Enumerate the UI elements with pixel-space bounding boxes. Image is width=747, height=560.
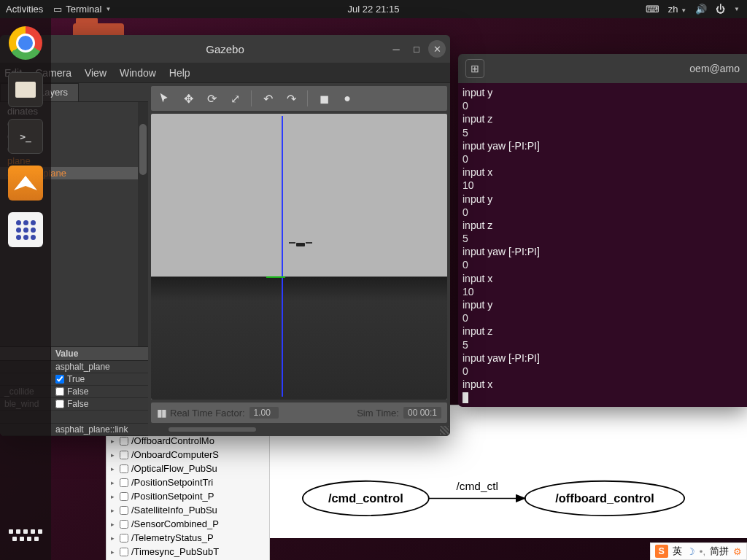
graph-edge-label: /cmd_ctl <box>456 480 498 492</box>
gazebo-toolbar: ✥ ⟳ ⤢ ↶ ↷ ◼ ● <box>151 86 447 111</box>
topic-checkbox[interactable] <box>120 534 128 542</box>
input-lang[interactable]: zh ▼ <box>668 4 686 15</box>
topic-checkbox[interactable] <box>120 548 128 556</box>
box-shape-icon[interactable]: ◼ <box>314 89 333 108</box>
software-icon[interactable] <box>8 166 43 201</box>
maximize-button[interactable]: □ <box>408 40 425 58</box>
terminal-icon: ▭ <box>53 4 62 15</box>
redo-icon[interactable]: ↷ <box>282 89 301 108</box>
topic-checkbox[interactable] <box>120 464 128 473</box>
terminal-titlebar[interactable]: ⊞ oem@amo <box>458 54 747 83</box>
topic-row[interactable]: ▸/Timesync_PubSubT <box>107 545 269 559</box>
undo-icon[interactable]: ↶ <box>258 89 277 108</box>
topic-checkbox[interactable] <box>120 492 128 501</box>
x-axis <box>266 276 285 278</box>
ros-app-icon[interactable] <box>8 212 43 247</box>
activities-button[interactable]: Activities <box>6 4 43 15</box>
files-icon[interactable] <box>8 72 43 107</box>
pause-button[interactable]: ▮▮ <box>157 407 166 419</box>
simtime-label: Sim Time: <box>357 408 399 419</box>
chevron-down-icon: ▼ <box>105 6 111 12</box>
gazebo-statusbar: ▮▮ Real Time Factor: 1.00 Sim Time: 00 0… <box>151 402 447 423</box>
gazebo-menubar: Edit Camera View Window Help <box>0 63 450 83</box>
topic-row[interactable]: ▸/TelemetryStatus_P <box>107 531 269 545</box>
gnome-topbar: Activities ▭ Terminal ▼ Jul 22 21:15 ⌨ z… <box>0 0 747 18</box>
window-title: Gazebo <box>206 43 244 55</box>
resize-grip-icon[interactable] <box>440 426 449 435</box>
topic-checkbox[interactable] <box>120 520 128 529</box>
dock <box>0 18 51 560</box>
simtime-value: 00 00:1 <box>403 407 441 419</box>
gazebo-window[interactable]: Gazebo ─ □ ✕ Edit Camera View Window Hel… <box>0 35 450 436</box>
new-tab-button[interactable]: ⊞ <box>465 59 484 78</box>
prop-checkbox[interactable] <box>55 387 64 396</box>
chrome-icon[interactable] <box>8 26 43 61</box>
topic-checkbox[interactable] <box>120 506 128 515</box>
topic-checkbox[interactable] <box>120 451 128 459</box>
close-button[interactable]: ✕ <box>428 40 446 58</box>
sogou-icon[interactable]: S <box>655 545 668 558</box>
topic-row[interactable]: ▸/OnboardComputerS <box>107 448 269 462</box>
rotate-tool-icon[interactable]: ⟳ <box>202 89 221 108</box>
z-axis <box>282 116 283 397</box>
gazebo-titlebar[interactable]: Gazebo ─ □ ✕ <box>0 35 450 63</box>
keyboard-icon[interactable]: ⌨ <box>646 4 659 15</box>
topic-row[interactable]: ▸/SensorCombined_P <box>107 517 269 531</box>
scrollbar[interactable] <box>138 102 148 346</box>
topic-checkbox[interactable] <box>120 437 128 446</box>
ime-mode[interactable]: 简拼 <box>710 545 729 558</box>
topic-row[interactable]: ▸/OpticalFlow_PubSu <box>107 462 269 475</box>
active-app-menu[interactable]: ▭ Terminal ▼ <box>53 4 111 15</box>
menu-help[interactable]: Help <box>169 67 190 79</box>
sphere-shape-icon[interactable]: ● <box>338 89 357 108</box>
show-apps-icon[interactable] <box>8 518 43 553</box>
h-scrollbar[interactable] <box>151 426 447 433</box>
gear-icon[interactable]: ⚙ <box>733 546 742 557</box>
ime-bar[interactable]: S 英 ☽ •, 简拼 ⚙ <box>650 542 747 560</box>
ground-plane <box>151 276 447 400</box>
terminal-launcher-icon[interactable] <box>8 119 43 154</box>
minimize-button[interactable]: ─ <box>387 40 405 58</box>
scale-tool-icon[interactable]: ⤢ <box>225 89 244 108</box>
prop-checkbox[interactable] <box>55 400 64 408</box>
moon-icon[interactable]: ☽ <box>686 546 695 557</box>
terminal-title: oem@amo <box>689 63 740 74</box>
topics-panel: ▸/OffboardControlMo ▸/OnboardComputerS ▸… <box>106 433 270 560</box>
clock[interactable]: Jul 22 21:15 <box>348 4 400 15</box>
menu-window[interactable]: Window <box>120 67 156 79</box>
topic-row[interactable]: ▸/PositionSetpointTri <box>107 475 269 489</box>
topic-checkbox[interactable] <box>120 478 128 487</box>
terminal-window[interactable]: ⊞ oem@amo input y 0 input z 5 input yaw … <box>458 54 747 407</box>
rtf-label: Real Time Factor: <box>170 408 245 419</box>
select-tool-icon[interactable] <box>155 89 174 108</box>
graph-node-label: /offboard_control <box>555 491 654 505</box>
graph-node-label: /cmd_control <box>328 491 403 505</box>
rtf-value: 1.00 <box>249 407 279 419</box>
prop-checkbox[interactable] <box>55 375 64 384</box>
ime-lang[interactable]: 英 <box>673 545 682 558</box>
power-icon[interactable]: ⏻ <box>716 4 725 15</box>
system-menu-chevron-icon[interactable]: ▼ <box>734 6 740 12</box>
menu-view[interactable]: View <box>85 67 107 79</box>
gazebo-viewport[interactable] <box>151 114 447 400</box>
topic-row[interactable]: ▸/PositionSetpoint_P <box>107 489 269 503</box>
volume-icon[interactable]: 🔊 <box>695 4 707 15</box>
drone-model[interactable] <box>290 242 311 248</box>
move-tool-icon[interactable]: ✥ <box>179 89 198 108</box>
terminal-output[interactable]: input y 0 input z 5 input yaw [-PI:PI] 0… <box>458 83 747 407</box>
topic-row[interactable]: ▸/SatelliteInfo_PubSu <box>107 503 269 517</box>
cursor-icon <box>462 392 468 403</box>
active-app-label: Terminal <box>66 4 101 15</box>
